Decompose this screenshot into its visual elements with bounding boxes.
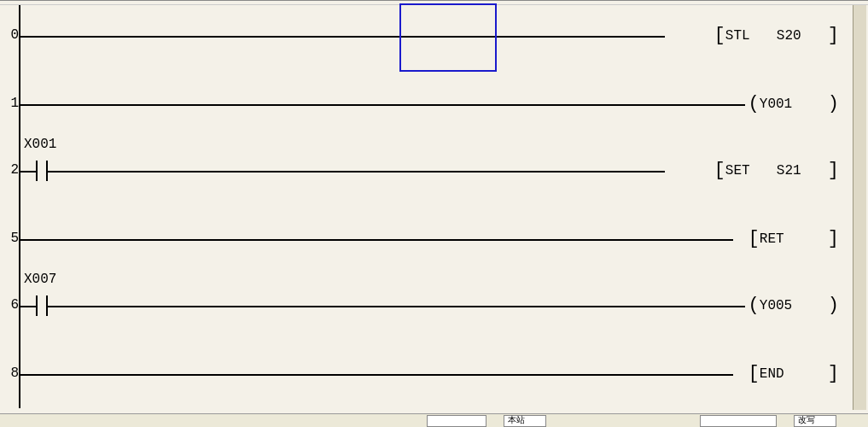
rung-line-post [48,171,665,173]
coil-arg: Y001 [760,97,807,112]
rung-line-pre [20,306,36,307]
rung-line-post [48,306,745,307]
ladder-canvas: 0 [ STL S20 ] 1 ( Y001 ) 2 X001 [ SET [0,0,868,427]
instruction-op: SET [725,163,777,178]
status-bar: 本站 改写 [0,413,868,427]
status-chip [427,415,486,427]
left-power-rail [19,5,20,408]
contact-label: X007 [24,272,56,287]
output-coil[interactable]: ( Y005 ) [749,295,839,316]
rung-line-pre [20,171,36,173]
instruction-arg: S21 [777,163,828,178]
instruction-op: RET [760,231,807,247]
step-number: 6 [7,297,19,313]
status-chip-host: 本站 [504,415,546,427]
rung-line [20,239,733,241]
instruction-bracket[interactable]: [ END ] [749,364,839,384]
step-number: 8 [7,366,19,381]
edit-cursor[interactable] [399,3,497,72]
left-paren-icon: ( [749,95,760,114]
instruction-op: STL [725,28,777,44]
vertical-scrollbar[interactable] [853,5,866,410]
left-paren-icon: ( [749,296,760,315]
rung-line [20,104,745,106]
instruction-bracket[interactable]: [ SET S21 ] [714,161,839,181]
left-bracket-icon: [ [714,26,725,45]
rung-line [20,374,733,376]
step-number: 2 [7,162,19,178]
status-chip [700,415,777,427]
status-chip-mode: 改写 [794,415,836,427]
left-bracket-icon: [ [749,230,760,249]
right-bracket-icon: ] [828,230,839,249]
right-paren-icon: ) [828,296,839,315]
left-bracket-icon: [ [714,161,725,180]
right-bracket-icon: ] [828,365,839,383]
step-number: 5 [7,231,19,246]
instruction-bracket[interactable]: [ RET ] [749,229,839,249]
contact-no[interactable]: X001 [36,161,44,181]
step-number: 0 [7,27,19,43]
contact-label: X001 [24,137,56,152]
step-number: 1 [7,96,19,111]
output-coil[interactable]: ( Y001 ) [749,94,839,114]
contact-no[interactable]: X007 [36,295,44,316]
rung-line [20,36,665,38]
right-paren-icon: ) [828,95,839,114]
right-bracket-icon: ] [828,161,839,180]
instruction-arg: S20 [777,28,828,44]
instruction-bracket[interactable]: [ STL S20 ] [714,26,839,46]
coil-arg: Y005 [760,298,807,313]
left-bracket-icon: [ [749,365,760,383]
right-bracket-icon: ] [828,26,839,45]
instruction-op: END [760,366,807,382]
